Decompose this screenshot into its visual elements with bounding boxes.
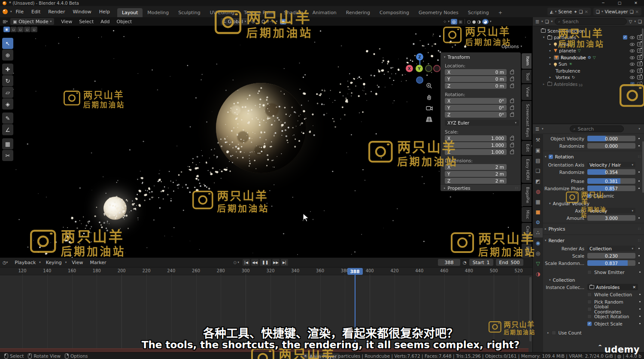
properties-tab-material[interactable]: ◑ [533,269,543,279]
clear-id-icon[interactable]: ✕ [632,285,636,289]
show-overlays-icon[interactable]: ◎ [451,19,457,24]
hide-viewport-eye-icon[interactable] [630,55,635,60]
outliner-row-particules[interactable]: ▾particules✓ [533,34,644,41]
properties-tab-scene[interactable]: ◩ [533,176,543,186]
menu-edit[interactable]: Edit [27,7,44,16]
pivot-point-icon[interactable]: ⊙ [251,19,255,24]
object-scale-checkbox[interactable]: ✓ [587,322,592,326]
lock-open-icon[interactable] [510,113,514,117]
prev-keyframe-button[interactable]: ◀◀ [251,259,258,266]
transform-field[interactable]: Z1.000 [445,149,507,155]
editor-type-icon[interactable]: ⊞ [3,19,6,24]
properties-panel-collapsed[interactable]: ▸ Properties ∷ [440,184,521,191]
transform-field[interactable]: Y0° [445,105,507,111]
viewport-menu-select[interactable]: Select [76,18,97,25]
timeline-editor-type-icon[interactable]: ◷ [3,260,6,265]
outliner-scrollbar[interactable] [642,28,644,58]
gizmo-axis-y[interactable]: Y [416,65,423,72]
transform-field[interactable]: Y2 m [445,171,507,177]
workspace-tab-geometry-nodes[interactable]: Geometry Nodes [414,8,463,17]
keyframe-dot[interactable] [638,145,640,146]
hide-viewport-eye-icon[interactable] [630,62,635,66]
properties-search-input[interactable]: ⌕ Search [570,125,624,132]
viewlayer-selector[interactable]: ❏▾ ViewLayer ❏ ✕ [593,8,641,15]
instance-collec--id-field[interactable]: Astéroïdes✕ [587,284,638,290]
workspace-tab-texture-paint[interactable]: Texture Paint [239,8,279,17]
npanel-tab-easy-hdri[interactable]: Easy HDRI [522,156,532,183]
lock-open-icon[interactable] [510,78,514,81]
current-frame-field[interactable]: 388 [438,259,460,266]
outliner-row-scene-collection[interactable]: Scene Collection [533,27,644,34]
shading-rendered-icon[interactable]: ◕ [482,19,489,24]
lock-open-icon[interactable] [510,106,514,110]
outliner-row-vortex[interactable]: ▸Vortex↻ [533,74,644,81]
keyframe-dot[interactable] [639,316,641,317]
workspace-tab-animation[interactable]: Animation [308,8,341,17]
viewport-menu-object[interactable]: Object [113,18,136,25]
expand-arrow-icon[interactable]: ▸ [542,82,546,86]
panel-header-render[interactable]: ▾Render∷ [545,237,644,244]
auto-keying-icon[interactable]: ⊙ [233,260,237,265]
global-coordinates-checkbox[interactable] [587,307,592,311]
maximize-button[interactable]: ▢ [611,1,628,5]
gizmo-axis-x[interactable]: X [406,65,413,72]
properties-tab-tool[interactable]: ⚒ [533,135,543,145]
outliner-filter-id-icon[interactable]: ❏ [545,19,549,24]
pick-random-checkbox[interactable] [587,300,592,304]
snap-magnet-icon[interactable]: Ω [261,19,265,24]
jump-to-end-button[interactable]: ▶| [281,259,288,266]
use-count-checkbox[interactable] [552,331,556,335]
transform-orientation-selector[interactable]: ⟂ Global ▾ [221,18,249,25]
npanel-tab-item[interactable]: Item [522,53,532,69]
select-mode-extend[interactable]: ◻ [10,27,17,32]
expand-arrow-icon[interactable]: ▸ [548,49,552,52]
lock-open-icon[interactable] [510,151,514,154]
expand-arrow-icon[interactable]: ▾ [542,36,546,39]
npanel-tab-edit[interactable]: Edit [522,141,532,155]
hide-viewport-eye-icon[interactable] [630,69,635,73]
properties-tab-collection[interactable]: ▦ [533,197,543,207]
timeline-menu-view[interactable]: View [68,259,86,266]
transform-field[interactable]: Y0 m [445,76,507,82]
select-mode-intersect[interactable]: ◻ [31,27,37,32]
transform-field[interactable]: Z2 m [445,178,507,184]
orientation-axis-dropdown[interactable]: Velocity / Hair▾ [587,162,635,167]
scene-selector[interactable]: ◭▾ Scene ✦ ❏ ✕ [547,8,591,15]
workspace-tab-uv-editing[interactable]: UV Editing [205,8,239,17]
workspace-tab-layout[interactable]: Layout [117,8,143,17]
lock-open-icon[interactable] [510,100,514,103]
lock-open-icon[interactable] [510,71,514,74]
timeline-menu-playback[interactable]: Playback [11,259,39,266]
outliner-row-planete[interactable]: ▸planete▽ [533,48,644,55]
shading-material-icon[interactable]: ◑ [477,19,481,24]
transform-field[interactable]: Z0° [445,112,507,118]
menu-file[interactable]: File [12,7,27,16]
tool-measure[interactable]: ∠ [2,124,13,135]
collection-checkbox[interactable]: ✓ [630,82,635,86]
keyframe-dot[interactable] [639,301,641,302]
viewport-3d[interactable]: ⊞▾ ▣ Object Mode ▾ ViewSelectAddObject ⟂… [0,17,532,258]
whole-collection-checkbox[interactable] [587,292,592,297]
amount-slider[interactable]: 3.000 [587,215,635,221]
keyframe-dot[interactable] [638,180,640,182]
randomize-phase-slider[interactable]: 0.857 [587,186,635,191]
keyframe-dot[interactable] [638,262,640,264]
outliner-row-astéroïdes[interactable]: ▸Astéroïdes10✓ [533,81,644,88]
subpanel-header-collection[interactable]: ▾Collection [549,276,644,284]
menu-window[interactable]: Window [69,7,95,16]
select-mode-set[interactable]: ▣ [3,27,10,32]
outliner-row-roundcube[interactable]: ▸Roundcube⚙▽ [533,54,644,61]
collection-checkbox[interactable]: ✓ [623,35,627,40]
scale-randomn--slider[interactable]: 0.837 [587,260,635,266]
tool-annotate[interactable]: ✎ [2,113,13,124]
menu-help[interactable]: Help [95,7,114,16]
show-emitter-checkbox[interactable] [587,270,592,274]
workspace-tab-shading[interactable]: Shading [279,8,308,17]
pan-hand-icon[interactable] [424,92,434,102]
axis-dropdown[interactable]: Velocity▾ [587,208,635,213]
anim-player-badge[interactable]: ✕ Anim Player [301,353,340,359]
keyframe-dot[interactable] [639,271,641,273]
keyframe-dot[interactable] [638,188,640,189]
object-rotation-checkbox[interactable] [587,314,592,319]
shading-wireframe-icon[interactable]: ○ [467,19,471,24]
